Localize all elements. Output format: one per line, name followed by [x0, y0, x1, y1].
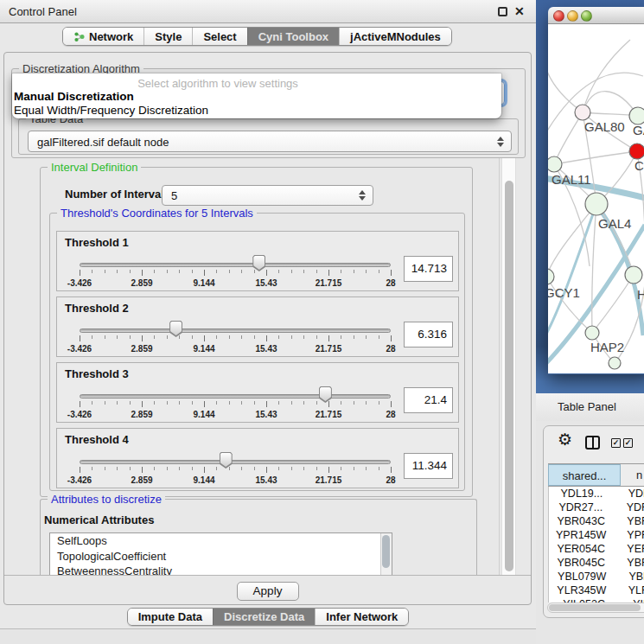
table-row[interactable]: YDL19...YDL1 — [549, 487, 644, 501]
network-edge[interactable] — [554, 151, 637, 164]
attribute-list-item[interactable]: TopologicalCoefficient — [50, 549, 392, 564]
number-of-intervals-combobox[interactable]: 5 — [162, 185, 373, 206]
table-row[interactable]: YBR045CYBR0 — [549, 556, 644, 570]
cell-shared-name: YER054C — [549, 542, 613, 556]
threshold-row-1: Threshold 1-3.4262.8599.14415.4321.71528… — [56, 231, 459, 291]
minimize-traffic-light-icon[interactable] — [567, 10, 578, 22]
threshold-label: Threshold 3 — [65, 367, 129, 380]
tick-mark — [154, 467, 155, 470]
network-node-gcy1[interactable] — [548, 269, 554, 284]
tab-infer-network[interactable]: Infer Network — [315, 609, 408, 625]
tab-discretize-data[interactable]: Discretize Data — [213, 609, 315, 625]
tick-mark — [241, 401, 242, 405]
slider-tick-labels: -3.4262.8599.14415.4321.71528 — [80, 344, 391, 354]
tab-cyni-toolbox[interactable]: Cyni Toolbox — [247, 28, 339, 45]
apply-button[interactable]: Apply — [237, 582, 299, 601]
threshold-slider[interactable]: -3.4262.8599.14415.4321.71528 — [80, 386, 391, 423]
threshold-slider[interactable]: -3.4262.8599.14415.4321.71528 — [80, 321, 391, 357]
network-edge[interactable] — [548, 59, 583, 112]
horizontal-scrollbar[interactable] — [547, 603, 644, 613]
combo-arrows-icon — [497, 133, 505, 150]
network-edge[interactable] — [554, 112, 583, 164]
zoom-traffic-light-icon[interactable] — [581, 10, 592, 22]
table-panel-header: Table Panel — [536, 393, 644, 421]
close-icon[interactable]: ✕ — [514, 4, 525, 18]
attributes-list-scrollbar[interactable] — [380, 533, 392, 576]
threshold-slider[interactable]: -3.4262.8599.14415.4321.71528 — [80, 452, 391, 488]
tick-mark — [316, 270, 317, 273]
number-of-intervals-value: 5 — [171, 189, 177, 202]
popup-item-equal-width-frequency[interactable]: Equal Width/Frequency Discretization — [12, 104, 501, 118]
attributes-list-scrollbar-thumb[interactable] — [382, 535, 390, 568]
numerical-attributes-list[interactable]: SelfLoopsTopologicalCoefficientBetweenne… — [49, 532, 392, 576]
tick-mark — [328, 270, 329, 276]
tab-impute-data[interactable]: Impute Data — [128, 609, 213, 625]
network-node-ga[interactable] — [629, 107, 644, 124]
tick-mark — [192, 401, 193, 405]
tick-mark — [354, 401, 354, 405]
tick-mark — [316, 467, 317, 470]
network-node-hap2[interactable] — [585, 326, 599, 340]
column-header-shared-name[interactable]: shared... — [548, 464, 621, 486]
tick-mark — [266, 270, 267, 276]
threshold-value-field[interactable]: 14.713 — [404, 256, 453, 282]
network-icon — [73, 31, 85, 42]
network-view-window[interactable]: GAL80GACGAL11GAL4GCY1HHAP2 — [548, 7, 644, 374]
split-view-icon[interactable] — [585, 436, 600, 450]
table-row[interactable]: YDR27...YDR2 — [549, 501, 644, 514]
cell-name: YLR3 — [615, 583, 644, 597]
network-canvas[interactable]: GAL80GACGAL11GAL4GCY1HHAP2 — [548, 24, 644, 373]
slider-ticks — [80, 467, 391, 474]
threshold-value-field[interactable]: 11.344 — [404, 453, 453, 479]
network-node-gal80[interactable] — [575, 105, 590, 120]
tick-label: 21.715 — [316, 278, 342, 288]
slider-tick-labels: -3.4262.8599.14415.4321.71528 — [80, 475, 391, 486]
table-row[interactable]: YBR043CYBR0 — [549, 514, 644, 528]
checkbox-columns-icon[interactable]: ✓ — [611, 438, 621, 448]
threshold-value-field[interactable]: 21.4 — [404, 387, 453, 413]
tick-mark — [130, 335, 131, 339]
network-node-label: HAP2 — [590, 340, 624, 354]
threshold-value-field[interactable]: 6.316 — [404, 322, 453, 348]
checkbox-columns-icon-2[interactable]: ✓ — [623, 438, 633, 448]
tab-jactivemnodules[interactable]: jActiveMNodules — [339, 28, 451, 45]
vertical-scrollbar-thumb[interactable] — [505, 181, 513, 571]
attribute-list-item[interactable]: BetweennessCentrality — [50, 564, 392, 576]
network-edge-thick[interactable] — [548, 209, 595, 341]
popup-item-manual-discretization[interactable]: Manual Discretization — [12, 90, 501, 104]
network-edge[interactable] — [592, 204, 596, 333]
tab-select[interactable]: Select — [192, 28, 246, 45]
tab-network[interactable]: Network — [63, 28, 143, 45]
float-window-icon[interactable] — [498, 7, 507, 16]
tick-mark — [328, 335, 329, 341]
table-row[interactable]: YPR145WYPR1 — [549, 528, 644, 542]
gear-icon[interactable]: ⚙ — [558, 431, 572, 449]
network-window-titlebar[interactable] — [548, 7, 644, 24]
table-row[interactable]: YLR345WYLR3 — [549, 583, 644, 597]
tick-mark — [92, 335, 92, 339]
tab-style[interactable]: Style — [143, 28, 192, 45]
network-node-c[interactable] — [629, 143, 644, 159]
vertical-scrollbar[interactable] — [501, 158, 516, 575]
table-row[interactable]: YBL079WYBL0 — [549, 570, 644, 583]
network-node-h[interactable] — [625, 266, 642, 284]
table-row[interactable]: YER054CYER0 — [549, 542, 644, 556]
tick-mark — [204, 270, 205, 276]
network-node-gal11[interactable] — [548, 156, 562, 172]
network-node-unlabeled[interactable] — [609, 357, 621, 369]
threshold-slider[interactable]: -3.4262.8599.14415.4321.71528 — [80, 255, 391, 291]
tick-mark — [154, 270, 155, 273]
close-traffic-light-icon[interactable] — [553, 10, 564, 22]
tab-label: Select — [203, 30, 236, 43]
network-desktop: GAL80GACGAL11GAL4GCY1HHAP2 — [536, 0, 644, 393]
column-header-name[interactable]: n — [621, 464, 644, 486]
tick-mark — [167, 467, 168, 470]
attribute-list-item[interactable]: SelfLoops — [50, 533, 392, 549]
network-node-gal4[interactable] — [585, 193, 608, 215]
horizontal-scrollbar-thumb[interactable] — [549, 604, 641, 611]
table-data-combobox[interactable]: galFiltered.sif default node — [28, 131, 512, 152]
tick-mark — [366, 401, 367, 405]
network-edge[interactable] — [592, 275, 634, 333]
tick-mark — [92, 401, 92, 405]
algorithm-hint-item[interactable]: Select algorithm to view settings — [12, 73, 501, 90]
